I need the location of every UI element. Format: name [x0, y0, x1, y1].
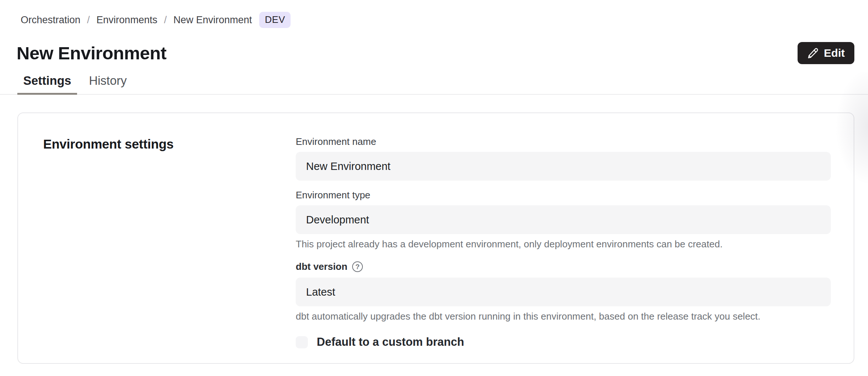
dbt-version-helper-text: dbt automatically upgrades the dbt versi…: [296, 311, 831, 322]
environment-name-input[interactable]: [296, 152, 831, 181]
dbt-version-label: dbt version: [296, 261, 347, 272]
custom-branch-checkbox[interactable]: [296, 336, 308, 348]
custom-branch-row: Default to a custom branch: [296, 335, 831, 349]
help-icon[interactable]: ?: [352, 261, 363, 272]
breadcrumb-orchestration[interactable]: Orchestration: [21, 14, 80, 26]
environment-type-helper-text: This project already has a development e…: [296, 239, 831, 250]
card-form-column: Environment name Environment type This p…: [296, 113, 831, 363]
section-heading: Environment settings: [43, 137, 296, 152]
breadcrumb-separator: /: [164, 14, 167, 26]
dbt-version-field: dbt version ? dbt automatically upgrades…: [296, 261, 831, 322]
dev-environment-badge: DEV: [259, 12, 291, 28]
environment-name-label: Environment name: [296, 136, 831, 147]
card-left-column: Environment settings: [18, 113, 296, 363]
breadcrumb-new-environment[interactable]: New Environment: [173, 14, 252, 26]
custom-branch-label: Default to a custom branch: [317, 335, 464, 349]
tab-settings[interactable]: Settings: [17, 74, 77, 95]
breadcrumb-environments[interactable]: Environments: [97, 14, 157, 26]
environment-type-field: Environment type This project already ha…: [296, 189, 831, 250]
edit-button[interactable]: Edit: [798, 42, 854, 64]
breadcrumb: Orchestration / Environments / New Envir…: [21, 12, 868, 28]
tab-bar: Settings History: [0, 74, 868, 95]
page-header: New Environment Edit: [17, 42, 854, 64]
environment-type-label: Environment type: [296, 189, 831, 201]
environment-name-field: Environment name: [296, 136, 831, 181]
environment-type-input[interactable]: [296, 205, 831, 234]
pencil-icon: [807, 48, 819, 59]
page-title: New Environment: [17, 43, 166, 63]
environment-settings-card: Environment settings Environment name En…: [17, 112, 854, 364]
breadcrumb-separator: /: [87, 14, 90, 26]
tab-history[interactable]: History: [83, 74, 133, 95]
dbt-version-input[interactable]: [296, 278, 831, 306]
dbt-version-label-row: dbt version ?: [296, 261, 831, 272]
edit-button-label: Edit: [824, 47, 845, 59]
